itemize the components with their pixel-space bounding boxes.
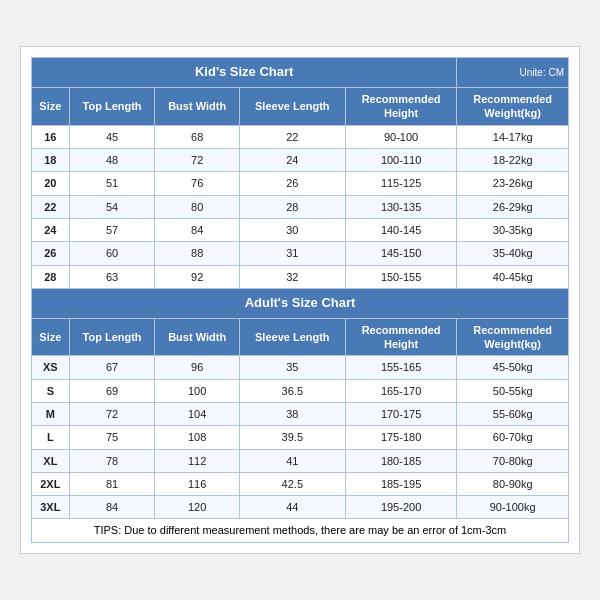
kids-col-sleeve-length: Sleeve Length: [239, 88, 345, 126]
table-row: 28 63 92 32 150-155 40-45kg: [32, 265, 569, 288]
tips-row: TIPS: Due to different measurement metho…: [32, 519, 569, 542]
adults-title: Adult's Size Chart: [245, 295, 356, 310]
kids-col-top-length: Top Length: [69, 88, 155, 126]
table-row: XS 67 96 35 155-165 45-50kg: [32, 356, 569, 379]
table-row: M 72 104 38 170-175 55-60kg: [32, 402, 569, 425]
kids-header-row: Size Top Length Bust Width Sleeve Length…: [32, 88, 569, 126]
table-row: S 69 100 36.5 165-170 50-55kg: [32, 379, 569, 402]
table-row: 16 45 68 22 90-100 14-17kg: [32, 125, 569, 148]
adults-header-row: Size Top Length Bust Width Sleeve Length…: [32, 318, 569, 356]
kids-col-rec-weight: RecommendedWeight(kg): [457, 88, 569, 126]
adults-col-bust-width: Bust Width: [155, 318, 239, 356]
table-row: 20 51 76 26 115-125 23-26kg: [32, 172, 569, 195]
unit-label: Unite: CM: [520, 67, 564, 78]
kids-col-bust-width: Bust Width: [155, 88, 239, 126]
table-row: 18 48 72 24 100-110 18-22kg: [32, 149, 569, 172]
adults-col-sleeve-length: Sleeve Length: [239, 318, 345, 356]
table-row: 26 60 88 31 145-150 35-40kg: [32, 242, 569, 265]
table-row: 24 57 84 30 140-145 30-35kg: [32, 218, 569, 241]
tips-text: TIPS: Due to different measurement metho…: [94, 524, 506, 536]
table-row: 2XL 81 116 42.5 185-195 80-90kg: [32, 472, 569, 495]
kids-title: Kid's Size Chart: [195, 64, 293, 79]
kids-col-rec-height: RecommendedHeight: [345, 88, 457, 126]
size-chart-table: Kid's Size Chart Unite: CM Size Top Leng…: [31, 57, 569, 542]
table-row: 3XL 84 120 44 195-200 90-100kg: [32, 496, 569, 519]
adults-title-row: Adult's Size Chart: [32, 288, 569, 318]
size-chart-card: Kid's Size Chart Unite: CM Size Top Leng…: [20, 46, 580, 553]
adults-col-rec-height: RecommendedHeight: [345, 318, 457, 356]
kids-title-row: Kid's Size Chart Unite: CM: [32, 58, 569, 88]
kids-col-size: Size: [32, 88, 70, 126]
adults-col-rec-weight: RecommendedWeight(kg): [457, 318, 569, 356]
table-row: L 75 108 39.5 175-180 60-70kg: [32, 426, 569, 449]
adults-col-top-length: Top Length: [69, 318, 155, 356]
adults-col-size: Size: [32, 318, 70, 356]
table-row: 22 54 80 28 130-135 26-29kg: [32, 195, 569, 218]
table-row: XL 78 112 41 180-185 70-80kg: [32, 449, 569, 472]
